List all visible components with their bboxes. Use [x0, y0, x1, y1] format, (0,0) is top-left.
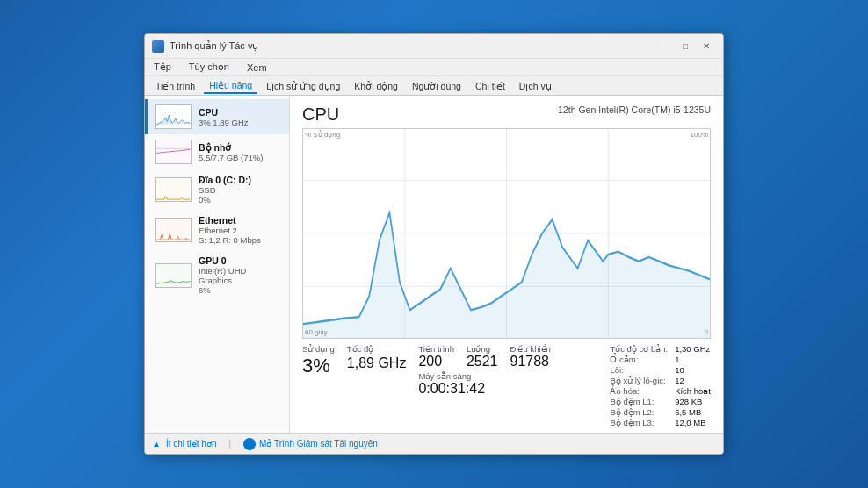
handle-label: Điều khiển [510, 344, 551, 354]
l3-key: Bộ đệm L3: [610, 418, 668, 427]
usage-label: Sử dụng [302, 344, 335, 354]
thread-value: 2521 [467, 354, 498, 370]
speed-label: Tốc độ [347, 344, 407, 354]
speed-col: Tốc độ 1,89 GHz [347, 344, 407, 427]
ethernet-thumbnail [155, 218, 192, 242]
monitor-icon [243, 438, 256, 450]
uptime-label: Máy sẵn sàng [418, 371, 550, 381]
divider: | [228, 439, 231, 449]
l1-val: 928 KB [675, 397, 711, 406]
cores-key: Lõi: [610, 365, 668, 375]
memory-info: Bộ nhớ 5,5/7,7 GB (71%) [199, 142, 263, 162]
menu-bar: Tệp Tùy chọn Xem [145, 59, 723, 76]
open-monitor-link[interactable]: Mở Trình Giám sát Tài nguyên [243, 438, 378, 450]
tab-performance[interactable]: Hiệu năng [204, 78, 257, 94]
sidebar-item-cpu[interactable]: CPU 3% 1,89 GHz [145, 99, 289, 134]
gpu-thumbnail [155, 263, 192, 288]
menu-options[interactable]: Tùy chọn [185, 61, 233, 73]
base-speed-val: 1,30 GHz [675, 344, 711, 354]
base-speed-key: Tốc độ cơ bản: [610, 344, 668, 354]
logical-val: 12 [675, 376, 711, 385]
cores-val: 10 [675, 365, 711, 375]
l2-val: 6,5 MB [675, 407, 711, 417]
cpu-label: CPU [199, 107, 249, 118]
chart-x-label: 60 giây [305, 328, 328, 336]
process-label: Tiến trình [418, 344, 454, 354]
tab-startup[interactable]: Khởi động [349, 79, 403, 93]
usage-value: 3% [302, 355, 335, 377]
task-manager-window: Trình quản lý Tác vụ — □ ✕ Tệp Tùy chọn … [144, 33, 724, 455]
l1-key: Bộ đệm L1: [610, 397, 668, 406]
svg-rect-0 [156, 140, 191, 163]
logical-key: Bộ xử lý lô-gic: [610, 376, 668, 385]
app-icon [152, 40, 164, 53]
minimize-button[interactable]: — [655, 39, 674, 54]
gpu-sublabel3: 6% [199, 285, 282, 295]
memory-thumbnail [155, 140, 192, 164]
ethernet-label: Ethernet [199, 215, 261, 226]
menu-view[interactable]: Xem [243, 62, 271, 73]
sidebar: CPU 3% 1,89 GHz Bộ nhớ 5,5/7,7 GB (71%) [145, 96, 290, 433]
ethernet-sublabel3: S: 1,2 R: 0 Mbps [199, 235, 261, 245]
l2-key: Bộ đệm L2: [610, 407, 668, 417]
disk-label: Đĩa 0 (C: D:) [199, 175, 251, 185]
sidebar-item-ethernet[interactable]: Ethernet Ethernet 2 S: 1,2 R: 0 Mbps [145, 210, 289, 250]
virt-val: Kích hoạt [675, 386, 711, 396]
virt-key: Ảo hóa: [610, 386, 668, 396]
socket-key: Ổ cắm: [610, 355, 668, 364]
sidebar-item-disk[interactable]: Đĩa 0 (C: D:) SSD 0% [145, 169, 289, 210]
sidebar-item-memory[interactable]: Bộ nhớ 5,5/7,7 GB (71%) [145, 134, 289, 169]
tab-app-history[interactable]: Lịch sử ứng dụng [261, 79, 345, 93]
usage-col: Sử dụng 3% [302, 344, 335, 427]
menu-file[interactable]: Tệp [150, 61, 175, 73]
tab-bar: Tiến trình Hiệu năng Lịch sử ứng dụng Kh… [145, 76, 723, 96]
disk-sublabel2: SSD [199, 185, 251, 195]
cpu-chart: % Sử dụng 100% 60 giây 0 [302, 128, 711, 339]
cpu-sublabel: 3% 1,89 GHz [199, 118, 249, 127]
tab-process[interactable]: Tiến trình [150, 79, 200, 93]
open-monitor-label: Mở Trình Giám sát Tài nguyên [259, 439, 378, 449]
cpu-thumbnail [155, 104, 192, 129]
panel-subtitle: 12th Gen Intel(R) Core(TM) i5-1235U [558, 104, 711, 115]
window-title: Trình quản lý Tác vụ [170, 40, 655, 52]
panel-title: CPU [302, 104, 339, 125]
maximize-button[interactable]: □ [676, 39, 695, 54]
close-button[interactable]: ✕ [697, 39, 716, 54]
gpu-label: GPU 0 [199, 255, 282, 266]
disk-info: Đĩa 0 (C: D:) SSD 0% [199, 175, 251, 205]
bottom-bar: ▲ Ít chi tiết hơn | Mở Trình Giám sát Tà… [145, 433, 723, 454]
speed-value: 1,89 GHz [347, 355, 407, 371]
socket-val: 1 [675, 355, 711, 364]
chart-y-label: % Sử dụng [305, 131, 340, 139]
tab-services[interactable]: Dịch vụ [514, 79, 557, 93]
chart-x-right: 0 [705, 328, 708, 336]
gpu-sublabel2: Intel(R) UHD Graphics [199, 266, 282, 285]
right-panel: CPU 12th Gen Intel(R) Core(TM) i5-1235U … [290, 96, 723, 433]
tab-users[interactable]: Người dùng [407, 79, 467, 93]
l3-val: 12,0 MB [675, 418, 711, 427]
thread-label: Luồng [467, 344, 498, 354]
ethernet-sublabel2: Ethernet 2 [199, 226, 261, 235]
right-stats: Tốc độ cơ bản: 1,30 GHz Ổ cắm: 1 Lõi: 10… [610, 344, 711, 427]
disk-thumbnail [155, 177, 192, 202]
collapse-label: Ít chi tiết hơn [166, 439, 217, 449]
chart-y-max: 100% [691, 131, 708, 139]
svg-rect-3 [156, 264, 191, 287]
stats-section: Sử dụng 3% Tốc độ 1,89 GHz Tiến trình 20… [302, 344, 711, 427]
memory-label: Bộ nhớ [199, 142, 263, 153]
handle-value: 91788 [510, 354, 551, 370]
title-bar: Trình quản lý Tác vụ — □ ✕ [145, 34, 723, 59]
tab-details[interactable]: Chi tiết [470, 79, 510, 93]
process-value: 200 [418, 354, 454, 370]
memory-sublabel: 5,5/7,7 GB (71%) [199, 153, 263, 162]
main-content: CPU 3% 1,89 GHz Bộ nhớ 5,5/7,7 GB (71%) [145, 96, 723, 433]
process-thread-col: Tiến trình 200 Luồng 2521 Điều khiển 917… [418, 344, 550, 427]
cpu-info: CPU 3% 1,89 GHz [199, 107, 249, 127]
uptime-value: 0:00:31:42 [418, 381, 550, 397]
sidebar-item-gpu[interactable]: GPU 0 Intel(R) UHD Graphics 6% [145, 250, 289, 300]
collapse-link[interactable]: ▲ Ít chi tiết hơn [152, 439, 216, 449]
svg-rect-1 [156, 178, 191, 201]
gpu-info: GPU 0 Intel(R) UHD Graphics 6% [199, 255, 282, 295]
disk-sublabel3: 0% [199, 195, 251, 205]
ethernet-info: Ethernet Ethernet 2 S: 1,2 R: 0 Mbps [199, 215, 261, 245]
